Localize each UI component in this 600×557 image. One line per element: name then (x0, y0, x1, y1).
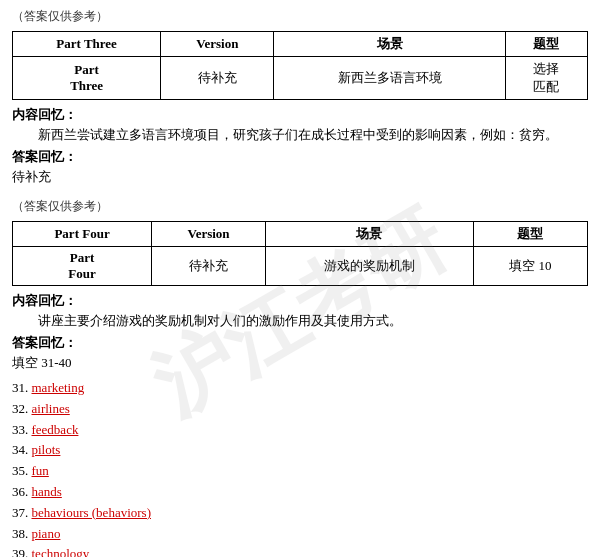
table2-header-type: 题型 (473, 222, 587, 247)
fill-item: 34. pilots (12, 440, 588, 461)
fill-item: 37. behaviours (behaviors) (12, 503, 588, 524)
fill-item: 36. hands (12, 482, 588, 503)
answer2-label: 答案回忆： (12, 334, 588, 352)
fill-item: 33. feedback (12, 420, 588, 441)
fill-item: 35. fun (12, 461, 588, 482)
fill-range: 填空 31-40 (12, 354, 588, 372)
table1-header-version: Version (161, 32, 274, 57)
table2-type: 填空 10 (473, 247, 587, 286)
fill-item: 38. piano (12, 524, 588, 545)
table1-header-part: Part Three (13, 32, 161, 57)
table2-header-scene: 场景 (265, 222, 473, 247)
note2: （答案仅供参考） (12, 198, 588, 215)
table2-version: 待补充 (152, 247, 266, 286)
table1-part: PartThree (13, 57, 161, 100)
recall2-content: 讲座主要介绍游戏的奖励机制对人们的激励作用及其使用方式。 (12, 312, 588, 330)
recall2-label: 内容回忆： (12, 292, 588, 310)
note1: （答案仅供参考） (12, 8, 588, 25)
fill-item: 31. marketing (12, 378, 588, 399)
fill-answers: 31. marketing32. airlines33. feedback34.… (12, 378, 588, 557)
table1-header-scene: 场景 (274, 32, 505, 57)
answer1-label: 答案回忆： (12, 148, 588, 166)
fill-item: 39. technology (12, 544, 588, 557)
table2-scene: 游戏的奖励机制 (265, 247, 473, 286)
table1: Part Three Version 场景 题型 PartThree 待补充 新… (12, 31, 588, 100)
table1-header-type: 题型 (505, 32, 587, 57)
table2: Part Four Version 场景 题型 PartFour 待补充 游戏的… (12, 221, 588, 286)
table1-types: 选择 匹配 (505, 57, 587, 100)
table2-header-version: Version (152, 222, 266, 247)
table1-version: 待补充 (161, 57, 274, 100)
table1-scene: 新西兰多语言环境 (274, 57, 505, 100)
recall1-label: 内容回忆： (12, 106, 588, 124)
recall1-content: 新西兰尝试建立多语言环境项目，研究孩子们在成长过程中受到的影响因素，例如：贫穷。 (12, 126, 588, 144)
table2-part: PartFour (13, 247, 152, 286)
answer1-content: 待补充 (12, 168, 588, 186)
table2-header-part: Part Four (13, 222, 152, 247)
fill-item: 32. airlines (12, 399, 588, 420)
